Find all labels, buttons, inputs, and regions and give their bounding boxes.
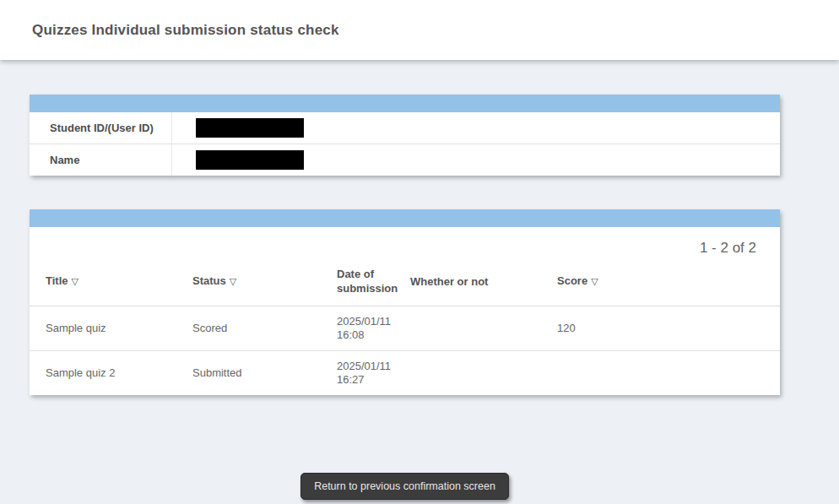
column-header-title[interactable]: Title▽ [30, 263, 176, 306]
name-value-cell [171, 144, 780, 176]
status-cell: Scored [176, 306, 321, 351]
score-cell [541, 351, 780, 396]
redacted-name [196, 150, 304, 170]
submissions-card: 1 - 2 of 2 Title▽ Status▽ Date of submis… [30, 209, 780, 395]
column-header-label: Date of submission [337, 268, 398, 295]
footer-actions: Return to previous confirmation screen [30, 473, 780, 500]
sort-icon: ▽ [230, 276, 236, 286]
column-header-score[interactable]: Score▽ [541, 263, 780, 306]
submissions-header-bar [30, 209, 780, 227]
content-area: Student ID/(User ID) Name 1 - 2 of 2 [30, 95, 780, 500]
whether-or-not-cell [394, 306, 541, 351]
name-label: Name [30, 144, 171, 176]
column-header-whether-or-not: Whether or not [394, 263, 541, 306]
student-info-table: Student ID/(User ID) Name [30, 112, 780, 176]
score-cell: 120 [541, 306, 780, 351]
return-to-previous-button[interactable]: Return to previous confirmation screen [300, 473, 509, 500]
date-of-submission-cell: 2025/01/11 16:27 [321, 351, 394, 396]
quiz-title-cell: Sample quiz 2 [30, 351, 176, 396]
column-header-label: Score [557, 274, 587, 287]
student-info-card: Student ID/(User ID) Name [30, 95, 780, 176]
date-of-submission-cell: 2025/01/11 16:08 [321, 306, 394, 351]
table-row: Student ID/(User ID) [30, 112, 780, 144]
quiz-title-cell: Sample quiz [30, 306, 176, 351]
pagination-label: 1 - 2 of 2 [30, 227, 780, 263]
sort-icon: ▽ [72, 276, 78, 286]
column-header-label: Status [192, 274, 226, 287]
table-row: Sample quiz 2 Submitted 2025/01/11 16:27 [30, 351, 780, 396]
student-info-header-bar [30, 95, 780, 112]
top-header: Quizzes Individual submission status che… [0, 0, 839, 60]
column-header-status[interactable]: Status▽ [176, 263, 321, 306]
table-header-row: Title▽ Status▽ Date of submission Whethe… [30, 263, 780, 306]
table-row: Sample quiz Scored 2025/01/11 16:08 120 [30, 306, 780, 351]
table-row: Name [30, 144, 780, 176]
column-header-label: Whether or not [410, 275, 488, 288]
whether-or-not-cell [394, 351, 541, 396]
submissions-table: Title▽ Status▽ Date of submission Whethe… [30, 263, 780, 395]
redacted-student-id [196, 118, 304, 138]
page-title: Quizzes Individual submission status che… [32, 22, 339, 39]
column-header-date-of-submission: Date of submission [321, 263, 394, 306]
student-id-label: Student ID/(User ID) [30, 112, 171, 144]
sort-icon: ▽ [591, 276, 598, 286]
student-id-value-cell [171, 112, 780, 144]
column-header-label: Title [46, 274, 68, 287]
status-cell: Submitted [176, 351, 321, 396]
